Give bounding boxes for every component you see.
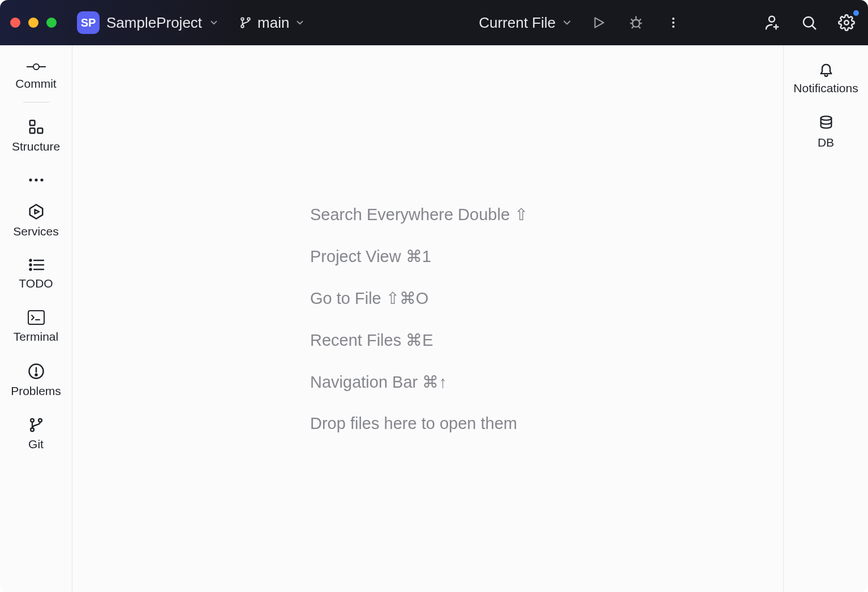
search-button[interactable] xyxy=(798,11,820,34)
left-toolbar: Commit Structure Services TODO xyxy=(0,45,72,592)
hint-recent-files: Recent Files ⌘E xyxy=(310,331,783,350)
run-config-label: Current File xyxy=(479,14,556,32)
svg-point-23 xyxy=(29,260,31,261)
sidebar-item-git[interactable]: Git xyxy=(0,409,72,462)
sidebar-item-label: Problems xyxy=(11,384,61,398)
todo-icon xyxy=(28,258,45,272)
more-horizontal-icon xyxy=(28,177,45,183)
run-config-selector[interactable]: Current File xyxy=(479,14,573,32)
hint-drop-files: Drop files here to open them xyxy=(310,414,783,433)
svg-point-4 xyxy=(633,20,640,27)
sidebar-item-structure[interactable]: Structure xyxy=(0,110,72,165)
svg-point-19 xyxy=(35,178,37,181)
right-toolbar: Notifications DB xyxy=(783,45,868,592)
sidebar-item-label: Commit xyxy=(15,77,56,91)
svg-marker-3 xyxy=(595,18,604,27)
sidebar-item-label: TODO xyxy=(19,277,53,290)
svg-rect-15 xyxy=(29,121,35,126)
svg-rect-16 xyxy=(29,128,35,134)
code-with-me-button[interactable] xyxy=(760,11,783,34)
project-name-label: SampleProject xyxy=(106,14,202,32)
project-selector[interactable]: SP SampleProject xyxy=(77,11,219,34)
close-window-button[interactable] xyxy=(10,18,20,28)
svg-point-20 xyxy=(40,178,43,181)
sidebar-item-todo[interactable]: TODO xyxy=(0,250,72,302)
sidebar-item-notifications[interactable]: Notifications xyxy=(784,53,868,106)
debug-button[interactable] xyxy=(625,11,647,34)
divider xyxy=(23,102,49,102)
commit-icon xyxy=(27,61,46,72)
sidebar-item-more[interactable] xyxy=(0,165,72,195)
database-icon xyxy=(818,114,834,131)
minimize-window-button[interactable] xyxy=(28,18,38,28)
hint-search-everywhere: Search Everywhere Double ⇧ xyxy=(310,205,783,224)
svg-point-11 xyxy=(844,20,849,25)
sidebar-item-services[interactable]: Services xyxy=(0,195,72,250)
sidebar-item-db[interactable]: DB xyxy=(784,106,868,161)
sidebar-item-label: Notifications xyxy=(793,81,858,95)
bell-icon xyxy=(818,61,834,77)
structure-icon xyxy=(28,118,45,135)
sidebar-item-label: Terminal xyxy=(14,330,58,344)
svg-line-10 xyxy=(813,26,816,29)
sidebar-item-label: Git xyxy=(28,437,44,451)
titlebar: SP SampleProject main Current File xyxy=(0,0,868,45)
services-icon xyxy=(28,203,45,220)
sidebar-item-problems[interactable]: Problems xyxy=(0,355,72,409)
sidebar-item-commit[interactable]: Commit xyxy=(0,53,72,102)
hint-go-to-file: Go to File ⇧⌘O xyxy=(310,289,783,308)
sidebar-item-label: Services xyxy=(13,225,59,238)
hint-navigation-bar: Navigation Bar ⌘↑ xyxy=(310,372,783,392)
chevron-down-icon xyxy=(561,17,573,28)
svg-point-27 xyxy=(29,269,31,271)
svg-point-25 xyxy=(29,264,31,266)
svg-point-37 xyxy=(820,116,831,120)
chevron-down-icon xyxy=(295,18,305,28)
svg-point-8 xyxy=(769,16,775,22)
empty-editor-hints: Search Everywhere Double ⇧ Project View … xyxy=(310,205,783,433)
hint-project-view: Project View ⌘1 xyxy=(310,247,783,266)
problems-icon xyxy=(28,363,45,380)
editor-area[interactable]: Search Everywhere Double ⇧ Project View … xyxy=(72,45,783,592)
more-actions-button[interactable] xyxy=(662,11,685,34)
svg-rect-29 xyxy=(28,311,44,324)
svg-point-18 xyxy=(29,178,32,181)
svg-point-33 xyxy=(35,374,37,376)
sidebar-item-label: DB xyxy=(818,136,834,149)
branch-name-label: main xyxy=(257,14,289,32)
svg-point-5 xyxy=(672,18,674,20)
svg-point-12 xyxy=(33,64,39,70)
maximize-window-button[interactable] xyxy=(46,18,57,28)
settings-button[interactable] xyxy=(835,11,858,34)
project-badge: SP xyxy=(77,11,100,34)
sidebar-item-terminal[interactable]: Terminal xyxy=(0,302,72,355)
chevron-down-icon xyxy=(209,18,219,28)
terminal-icon xyxy=(27,310,45,325)
svg-rect-17 xyxy=(37,128,42,134)
svg-marker-22 xyxy=(35,209,39,214)
svg-marker-21 xyxy=(29,205,42,219)
svg-point-6 xyxy=(672,22,674,24)
sidebar-item-label: Structure xyxy=(12,140,60,153)
svg-point-7 xyxy=(672,25,674,28)
git-icon xyxy=(28,417,44,433)
branch-selector[interactable]: main xyxy=(239,14,305,32)
window-controls xyxy=(10,18,57,28)
run-button[interactable] xyxy=(587,11,610,34)
main-body: Commit Structure Services TODO xyxy=(0,45,868,592)
branch-icon xyxy=(239,16,252,29)
